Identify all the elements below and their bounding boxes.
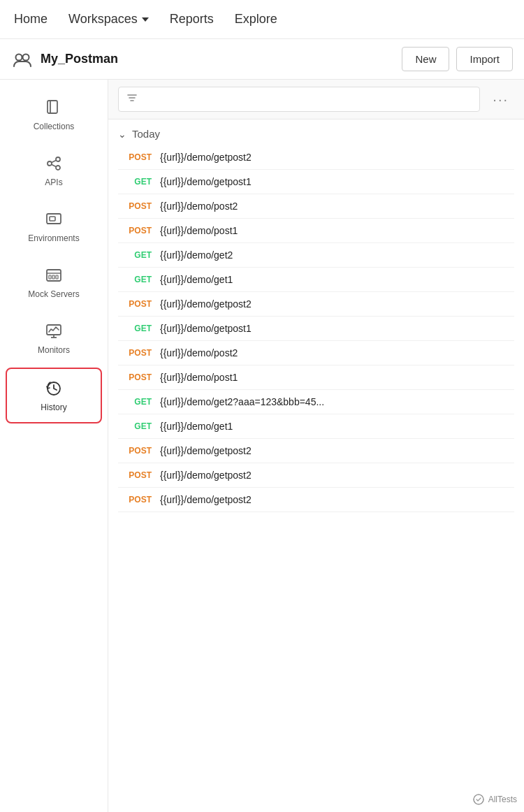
svg-point-4 bbox=[56, 157, 60, 161]
svg-point-3 bbox=[48, 161, 52, 166]
method-badge: POST bbox=[122, 446, 152, 456]
content-area: ··· ⌄ Today POST {{url}}/demo/getpost2 G… bbox=[108, 80, 524, 812]
method-badge: GET bbox=[122, 275, 152, 284]
apis-label: APIs bbox=[45, 177, 62, 187]
url-text: {{url}}/demo/getpost1 bbox=[160, 176, 252, 187]
history-item[interactable]: POST {{url}}/demo/post1 bbox=[118, 219, 514, 243]
method-badge: POST bbox=[122, 299, 152, 309]
history-item[interactable]: POST {{url}}/demo/getpost2 bbox=[118, 488, 514, 512]
method-badge: POST bbox=[122, 372, 152, 382]
top-nav: Home Workspaces Reports Explore bbox=[0, 0, 524, 39]
nav-workspaces[interactable]: Workspaces bbox=[68, 9, 149, 29]
url-text: {{url}}/demo/getpost1 bbox=[160, 323, 252, 334]
svg-line-6 bbox=[52, 161, 56, 163]
mock-servers-icon bbox=[44, 266, 64, 285]
section-chevron-icon[interactable]: ⌄ bbox=[118, 129, 126, 140]
history-item[interactable]: POST {{url}}/demo/post2 bbox=[118, 341, 514, 365]
method-badge: GET bbox=[122, 177, 152, 187]
main-layout: Collections APIs bbox=[0, 80, 524, 812]
url-text: {{url}}/demo/post2 bbox=[160, 201, 238, 212]
url-text: {{url}}/demo/get2 bbox=[160, 249, 233, 261]
filter-icon bbox=[126, 92, 138, 107]
all-tests-icon bbox=[473, 794, 484, 805]
svg-point-5 bbox=[56, 166, 60, 170]
svg-point-0 bbox=[16, 54, 22, 60]
history-item[interactable]: POST {{url}}/demo/getpost2 bbox=[118, 463, 514, 488]
url-text: {{url}}/demo/post1 bbox=[160, 372, 238, 383]
method-badge: GET bbox=[122, 324, 152, 333]
workspace-name: My_Postman bbox=[41, 52, 395, 66]
url-text: {{url}}/demo/get2?aaa=123&bbb=45... bbox=[160, 396, 324, 407]
monitors-label: Monitors bbox=[38, 345, 70, 355]
svg-rect-8 bbox=[47, 214, 61, 224]
method-badge: POST bbox=[122, 226, 152, 235]
sidebar-item-history[interactable]: History bbox=[6, 368, 102, 423]
new-button[interactable]: New bbox=[402, 47, 449, 71]
sidebar-item-apis[interactable]: APIs bbox=[6, 144, 102, 197]
svg-rect-14 bbox=[52, 275, 54, 279]
history-item[interactable]: POST {{url}}/demo/post2 bbox=[118, 194, 514, 219]
section-title: Today bbox=[132, 128, 160, 140]
search-input[interactable] bbox=[143, 94, 472, 105]
svg-rect-2 bbox=[48, 101, 57, 113]
sidebar-item-collections[interactable]: Collections bbox=[6, 88, 102, 141]
method-badge: POST bbox=[122, 201, 152, 211]
method-badge: GET bbox=[122, 250, 152, 260]
method-badge: POST bbox=[122, 495, 152, 505]
sidebar: Collections APIs bbox=[0, 80, 108, 812]
history-item[interactable]: GET {{url}}/demo/get2?aaa=123&bbb=45... bbox=[118, 390, 514, 414]
history-item[interactable]: GET {{url}}/demo/get1 bbox=[118, 414, 514, 439]
history-item[interactable]: POST {{url}}/demo/getpost2 bbox=[118, 292, 514, 317]
nav-reports[interactable]: Reports bbox=[170, 9, 214, 29]
bottom-label: AllTests bbox=[473, 794, 517, 805]
history-list: POST {{url}}/demo/getpost2 GET {{url}}/d… bbox=[108, 145, 524, 512]
workspace-icon bbox=[11, 48, 34, 71]
chevron-down-icon bbox=[142, 17, 149, 22]
url-text: {{url}}/demo/get1 bbox=[160, 274, 233, 285]
history-item[interactable]: POST {{url}}/demo/getpost2 bbox=[118, 145, 514, 170]
url-text: {{url}}/demo/getpost2 bbox=[160, 494, 252, 505]
svg-point-24 bbox=[474, 795, 483, 804]
more-options-button[interactable]: ··· bbox=[487, 89, 514, 110]
filter-bar: ··· bbox=[108, 80, 524, 119]
nav-explore[interactable]: Explore bbox=[235, 9, 277, 29]
section-header: ⌄ Today bbox=[108, 119, 524, 145]
environments-label: Environments bbox=[28, 233, 79, 243]
history-label: History bbox=[41, 403, 66, 412]
sidebar-item-environments[interactable]: Environments bbox=[6, 200, 102, 253]
collections-icon bbox=[44, 98, 64, 117]
workspace-bar: My_Postman New Import bbox=[0, 39, 524, 80]
svg-rect-15 bbox=[56, 275, 58, 279]
nav-home[interactable]: Home bbox=[14, 9, 48, 29]
method-badge: GET bbox=[122, 421, 152, 431]
monitors-icon bbox=[44, 321, 64, 341]
environments-icon bbox=[44, 210, 64, 229]
history-item[interactable]: GET {{url}}/demo/getpost1 bbox=[118, 317, 514, 341]
apis-icon bbox=[44, 154, 64, 173]
all-tests-label: AllTests bbox=[488, 795, 517, 804]
history-item[interactable]: POST {{url}}/demo/post1 bbox=[118, 365, 514, 390]
url-text: {{url}}/demo/post1 bbox=[160, 225, 238, 236]
history-item[interactable]: GET {{url}}/demo/get2 bbox=[118, 243, 514, 268]
method-badge: POST bbox=[122, 152, 152, 162]
method-badge: POST bbox=[122, 470, 152, 480]
sidebar-item-mock-servers[interactable]: Mock Servers bbox=[6, 256, 102, 309]
url-text: {{url}}/demo/getpost2 bbox=[160, 298, 252, 310]
filter-input-wrapper[interactable] bbox=[118, 87, 480, 112]
collections-label: Collections bbox=[34, 122, 75, 131]
import-button[interactable]: Import bbox=[456, 47, 513, 71]
history-icon bbox=[44, 379, 64, 398]
svg-point-1 bbox=[23, 54, 29, 60]
method-badge: GET bbox=[122, 397, 152, 407]
svg-rect-9 bbox=[50, 217, 55, 221]
history-item[interactable]: GET {{url}}/demo/getpost1 bbox=[118, 170, 514, 194]
url-text: {{url}}/demo/get1 bbox=[160, 421, 233, 432]
svg-rect-13 bbox=[49, 275, 51, 279]
history-item[interactable]: POST {{url}}/demo/getpost2 bbox=[118, 439, 514, 463]
method-badge: POST bbox=[122, 348, 152, 358]
history-item[interactable]: GET {{url}}/demo/get1 bbox=[118, 268, 514, 292]
svg-line-7 bbox=[52, 165, 56, 167]
sidebar-item-monitors[interactable]: Monitors bbox=[6, 312, 102, 365]
url-text: {{url}}/demo/getpost2 bbox=[160, 445, 252, 456]
url-text: {{url}}/demo/getpost2 bbox=[160, 152, 252, 163]
